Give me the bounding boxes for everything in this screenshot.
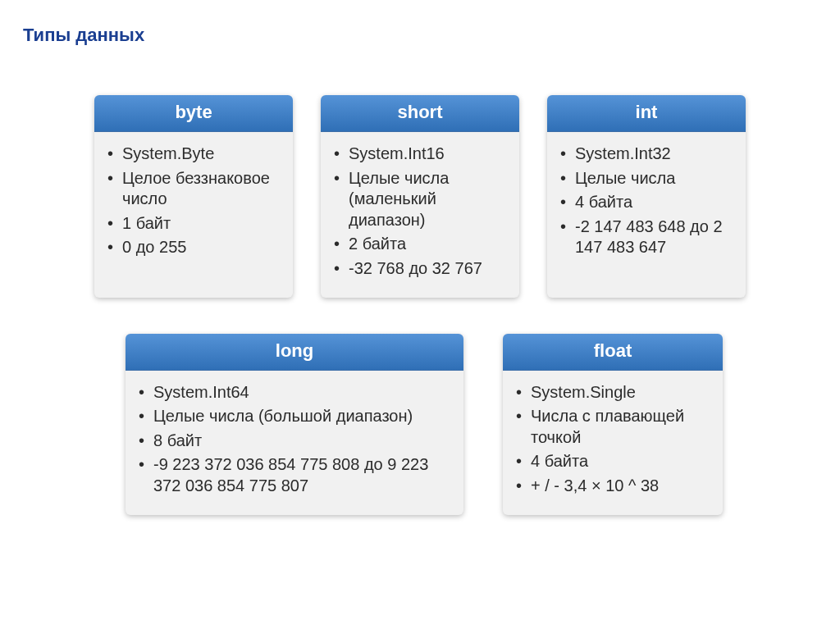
card-float: float System.Single Числа с плавающей то… bbox=[503, 334, 723, 515]
list-item: System.Int32 bbox=[559, 144, 734, 165]
list-item: -9 223 372 036 854 775 808 до 9 223 372 … bbox=[137, 454, 452, 496]
list-item: 4 байта bbox=[514, 451, 711, 472]
list-item: System.Int16 bbox=[332, 144, 508, 165]
card-short-body: System.Int16 Целые числа (маленький диап… bbox=[321, 132, 519, 298]
list-item: -2 147 483 648 до 2 147 483 647 bbox=[559, 217, 734, 258]
list-item: Целое беззнаковое число bbox=[106, 168, 281, 210]
list-item: Целые числа (большой диапазон) bbox=[137, 406, 452, 427]
card-short-header: short bbox=[321, 95, 519, 132]
card-int: int System.Int32 Целые числа 4 байта -2 … bbox=[547, 95, 746, 298]
list-item: Целые числа bbox=[559, 168, 734, 189]
list-item: System.Int64 bbox=[137, 382, 452, 403]
card-int-header: int bbox=[547, 95, 746, 132]
row-bottom: long System.Int64 Целые числа (большой д… bbox=[16, 334, 824, 515]
list-item: System.Byte bbox=[106, 144, 281, 165]
card-byte-header: byte bbox=[94, 95, 293, 132]
card-int-body: System.Int32 Целые числа 4 байта -2 147 … bbox=[547, 132, 746, 276]
row-top: byte System.Byte Целое беззнаковое число… bbox=[16, 95, 824, 298]
list-item: Целые числа (маленький диапазон) bbox=[332, 168, 508, 231]
list-item: + / - 3,4 × 10 ^ 38 bbox=[514, 476, 711, 497]
card-short: short System.Int16 Целые числа (маленьки… bbox=[321, 95, 519, 298]
card-long: long System.Int64 Целые числа (большой д… bbox=[126, 334, 463, 515]
card-float-body: System.Single Числа с плавающей точкой 4… bbox=[503, 371, 723, 515]
list-item: 1 байт bbox=[106, 213, 281, 235]
card-byte-body: System.Byte Целое беззнаковое число 1 ба… bbox=[94, 132, 293, 276]
list-item: System.Single bbox=[514, 382, 711, 403]
list-item: Числа с плавающей точкой bbox=[514, 406, 711, 448]
list-item: -32 768 до 32 767 bbox=[332, 258, 508, 280]
list-item: 0 до 255 bbox=[106, 237, 281, 258]
list-item: 8 байт bbox=[137, 431, 452, 452]
card-long-body: System.Int64 Целые числа (большой диапаз… bbox=[126, 371, 463, 515]
card-byte: byte System.Byte Целое беззнаковое число… bbox=[94, 95, 293, 298]
list-item: 4 байта bbox=[559, 192, 734, 213]
card-long-header: long bbox=[126, 334, 463, 371]
card-float-header: float bbox=[503, 334, 723, 371]
page-title: Типы данных bbox=[23, 25, 824, 46]
list-item: 2 байта bbox=[332, 234, 508, 255]
